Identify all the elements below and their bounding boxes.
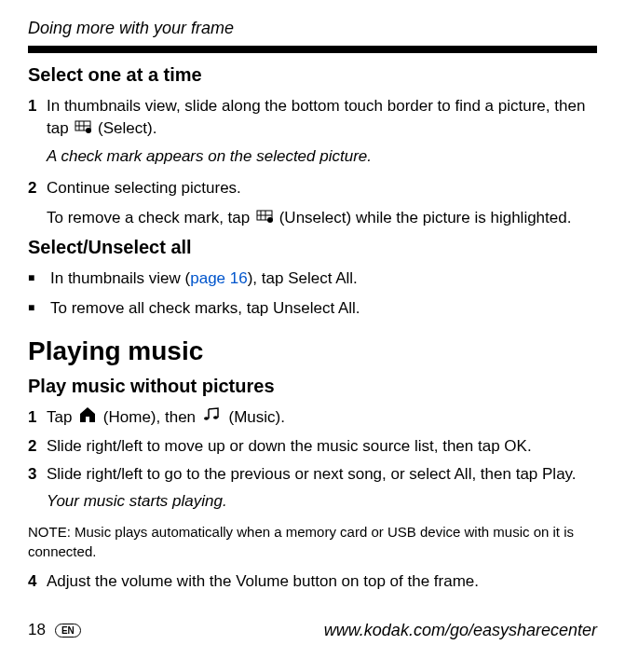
footer-left: 18 EN xyxy=(28,621,81,639)
section-select-one-title: Select one at a time xyxy=(28,64,597,86)
page-number: 18 xyxy=(28,621,46,639)
step-text: Adjust the volume with the Volume button… xyxy=(47,570,597,593)
result-text: Your music starts playing. xyxy=(47,490,597,513)
unselect-icon xyxy=(256,207,273,229)
instruction-text: To remove a check mark, tap (Unselect) w… xyxy=(47,207,597,229)
select-icon xyxy=(75,117,91,140)
bullet-item: ■ In thumbnails view (page 16), tap Sele… xyxy=(28,267,597,290)
page-footer: 18 EN www.kodak.com/go/easysharecenter xyxy=(28,621,597,640)
step-number: 1 xyxy=(28,95,47,140)
step-number: 4 xyxy=(28,570,47,593)
step-number: 2 xyxy=(28,177,47,199)
svg-point-10 xyxy=(204,418,209,421)
bullet-text: In thumbnails view (page 16), tap Select… xyxy=(50,267,597,290)
bullet-text: To remove all check marks, tap Unselect … xyxy=(50,297,597,320)
step-number: 1 xyxy=(28,406,47,430)
subsection-play-music-title: Play music without pictures xyxy=(28,376,597,397)
step-item: 1 Tap (Home), then (Music). xyxy=(28,406,597,430)
svg-point-4 xyxy=(86,128,91,133)
page-link[interactable]: page 16 xyxy=(190,269,247,287)
music-icon xyxy=(202,406,223,429)
step-text: Tap (Home), then (Music). xyxy=(47,406,597,430)
step-number: 3 xyxy=(28,463,47,486)
step-item: 2 Continue selecting pictures. xyxy=(28,177,597,199)
svg-point-11 xyxy=(213,417,218,420)
bullet-marker: ■ xyxy=(28,267,50,290)
result-text: A check mark appears on the selected pic… xyxy=(47,145,597,168)
step-item: 3 Slide right/left to go to the previous… xyxy=(28,463,597,486)
header-divider xyxy=(28,46,597,53)
svg-point-9 xyxy=(267,217,273,223)
step-item: 2 Slide right/left to move up or down th… xyxy=(28,435,597,458)
section-select-all-title: Select/Unselect all xyxy=(28,237,597,258)
footer-url: www.kodak.com/go/easysharecenter xyxy=(324,621,597,640)
page-header: Doing more with your frame xyxy=(28,19,597,38)
step-text: In thumbnails view, slide along the bott… xyxy=(47,95,597,140)
step-text: Continue selecting pictures. xyxy=(47,177,597,199)
step-item: 1 In thumbnails view, slide along the bo… xyxy=(28,95,597,140)
step-item: 4 Adjust the volume with the Volume butt… xyxy=(28,570,597,593)
home-icon xyxy=(78,406,97,430)
section-playing-music-title: Playing music xyxy=(28,336,597,366)
bullet-marker: ■ xyxy=(28,297,50,320)
step-number: 2 xyxy=(28,435,47,458)
language-badge: EN xyxy=(55,624,81,638)
bullet-item: ■ To remove all check marks, tap Unselec… xyxy=(28,297,597,320)
step-text: Slide right/left to move up or down the … xyxy=(47,435,597,458)
note-text: NOTE: Music plays automatically when a m… xyxy=(28,522,597,561)
step-text: Slide right/left to go to the previous o… xyxy=(47,463,597,486)
